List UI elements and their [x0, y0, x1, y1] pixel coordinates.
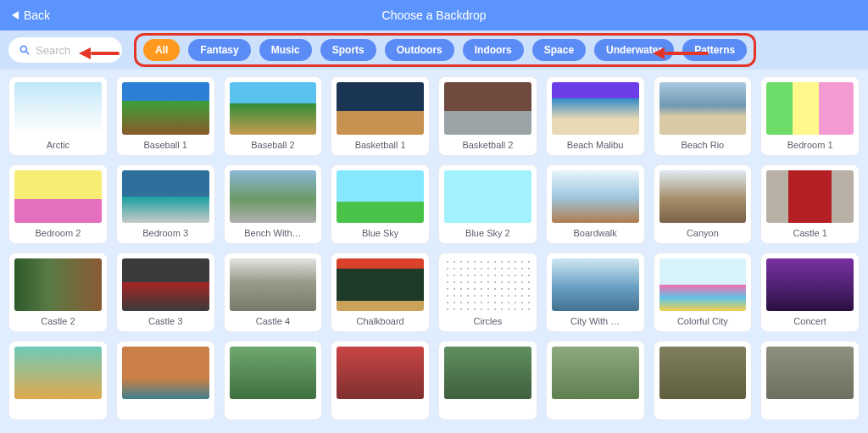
backdrop-thumbnail	[337, 82, 424, 135]
backdrop-card[interactable]: Arctic	[8, 76, 108, 156]
backdrop-card[interactable]: Basketball 2	[438, 76, 537, 156]
backdrop-card[interactable]: Castle 3	[116, 253, 215, 332]
header-bar: Back Choose a Backdrop	[0, 0, 868, 31]
backdrop-card[interactable]	[8, 341, 108, 420]
backdrop-thumbnail	[444, 258, 531, 311]
backdrop-card[interactable]: Concert	[760, 253, 860, 332]
backdrop-thumbnail	[444, 170, 531, 223]
backdrop-thumbnail	[14, 347, 102, 399]
backdrop-thumbnail	[14, 170, 102, 223]
backdrop-label: Castle 4	[256, 316, 290, 328]
backdrop-label: Chalkboard	[356, 316, 403, 328]
backdrop-card[interactable]: Canyon	[654, 164, 753, 244]
backdrop-card[interactable]: Bedroom 2	[8, 164, 108, 244]
category-chip-indoors[interactable]: Indoors	[463, 39, 524, 61]
backdrop-thumbnail	[552, 170, 639, 223]
svg-line-1	[26, 52, 30, 55]
backdrop-thumbnail	[230, 258, 317, 311]
back-arrow-icon	[12, 11, 19, 19]
backdrop-thumbnail	[444, 82, 531, 135]
backdrop-label: Arctic	[47, 140, 70, 152]
backdrop-label: Basketball 1	[355, 140, 406, 152]
filter-bar: AllFantasyMusicSportsOutdoorsIndoorsSpac…	[0, 31, 868, 69]
backdrop-label: Castle 2	[41, 316, 75, 328]
backdrop-thumbnail	[230, 170, 317, 223]
backdrop-card[interactable]: Bedroom 1	[760, 76, 860, 156]
backdrop-card[interactable]: Basketball 1	[331, 76, 430, 156]
backdrop-thumbnail	[766, 258, 854, 311]
backdrop-thumbnail	[122, 82, 209, 135]
category-chip-all[interactable]: All	[143, 39, 180, 61]
backdrop-label: Beach Malibu	[567, 140, 624, 152]
backdrop-label: Canyon	[687, 228, 719, 240]
backdrop-thumbnail	[552, 347, 639, 399]
backdrop-thumbnail	[14, 82, 102, 135]
backdrop-label: Bedroom 2	[35, 228, 81, 240]
category-chip-sports[interactable]: Sports	[320, 39, 376, 61]
backdrop-label: City With …	[570, 316, 620, 328]
backdrop-thumbnail	[659, 258, 747, 311]
backdrop-card[interactable]	[546, 341, 645, 420]
backdrop-label: Blue Sky	[362, 228, 398, 240]
backdrop-thumbnail	[444, 347, 531, 399]
backdrop-card[interactable]	[654, 341, 753, 420]
backdrop-label: Baseball 2	[251, 140, 294, 152]
category-chip-underwater[interactable]: Underwater	[594, 39, 674, 61]
backdrop-card[interactable]: Beach Rio	[654, 76, 753, 156]
backdrop-thumbnail	[337, 170, 424, 223]
backdrop-card[interactable]: Castle 1	[760, 164, 860, 244]
backdrop-card[interactable]: Circles	[438, 253, 537, 332]
backdrop-thumbnail	[122, 258, 209, 311]
backdrop-thumbnail	[766, 170, 854, 223]
backdrop-card[interactable]: Chalkboard	[331, 253, 430, 332]
search-box[interactable]	[8, 37, 122, 63]
backdrop-card[interactable]: Boardwalk	[546, 164, 645, 244]
category-chip-music[interactable]: Music	[259, 39, 312, 61]
backdrop-thumbnail	[659, 347, 747, 399]
backdrop-card[interactable]: Baseball 1	[116, 76, 215, 156]
backdrop-label: Blue Sky 2	[465, 228, 510, 240]
category-chip-outdoors[interactable]: Outdoors	[385, 39, 454, 61]
backdrop-card[interactable]: Blue Sky 2	[438, 164, 537, 244]
backdrop-thumbnail	[122, 347, 209, 399]
backdrop-card[interactable]: Castle 4	[224, 253, 323, 332]
backdrop-label: Beach Rio	[681, 140, 724, 152]
backdrop-thumbnail	[14, 258, 102, 311]
backdrop-label: Boardwalk	[573, 228, 616, 240]
category-chip-fantasy[interactable]: Fantasy	[188, 39, 250, 61]
backdrop-card[interactable]: Bedroom 3	[116, 164, 215, 244]
category-chip-space[interactable]: Space	[532, 39, 586, 61]
backdrop-thumbnail	[230, 82, 317, 135]
backdrop-card[interactable]	[331, 341, 430, 420]
backdrop-label: Colorful City	[677, 316, 728, 328]
backdrop-grid: ArcticBaseball 1Baseball 2Basketball 1Ba…	[0, 69, 868, 427]
backdrop-label: Baseball 1	[143, 140, 186, 152]
backdrop-label: Bedroom 1	[787, 140, 833, 152]
backdrop-thumbnail	[766, 82, 854, 135]
backdrop-card[interactable]: Beach Malibu	[546, 76, 645, 156]
backdrop-card[interactable]: City With …	[546, 253, 645, 332]
backdrop-thumbnail	[337, 347, 424, 399]
backdrop-card[interactable]	[438, 341, 537, 420]
backdrop-card[interactable]	[116, 341, 215, 420]
backdrop-thumbnail	[552, 82, 639, 135]
backdrop-card[interactable]: Bench With…	[224, 164, 323, 244]
backdrop-label: Bench With…	[244, 228, 301, 240]
backdrop-label: Castle 1	[793, 228, 826, 240]
backdrop-thumbnail	[552, 258, 639, 311]
backdrop-card[interactable]: Colorful City	[654, 253, 753, 332]
backdrop-label: Bedroom 3	[142, 228, 188, 240]
search-input[interactable]	[36, 44, 112, 57]
svg-point-0	[20, 46, 26, 52]
back-button[interactable]: Back	[0, 0, 62, 31]
backdrop-card[interactable]: Baseball 2	[224, 76, 323, 156]
backdrop-thumbnail	[122, 170, 209, 223]
backdrop-card[interactable]	[224, 341, 323, 420]
backdrop-thumbnail	[766, 347, 854, 399]
backdrop-card[interactable]: Castle 2	[8, 253, 108, 332]
category-chips: AllFantasyMusicSportsOutdoorsIndoorsSpac…	[134, 33, 756, 67]
backdrop-card[interactable]	[760, 341, 860, 420]
backdrop-card[interactable]: Blue Sky	[331, 164, 430, 244]
backdrop-thumbnail	[337, 258, 424, 311]
category-chip-patterns[interactable]: Patterns	[682, 39, 747, 61]
